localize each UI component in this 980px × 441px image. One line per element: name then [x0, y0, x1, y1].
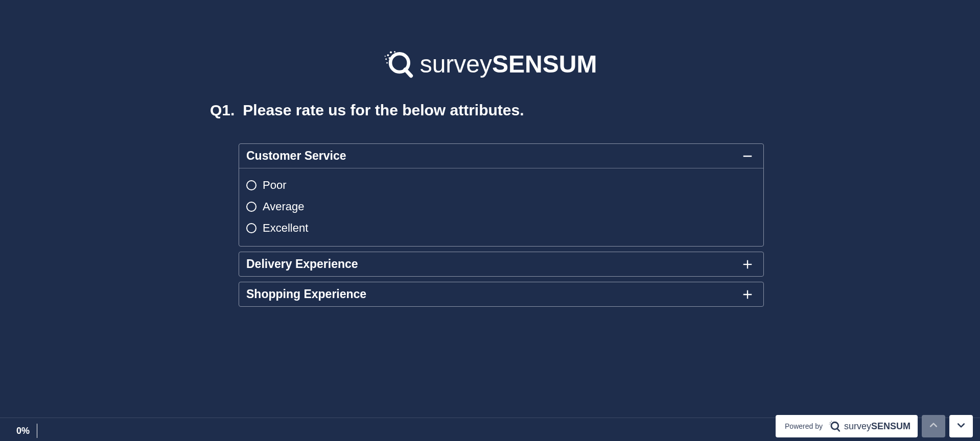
svg-point-4 [385, 58, 387, 60]
radio-icon [246, 223, 256, 233]
progress-indicator: 0% [16, 424, 37, 438]
brand-logo-icon [828, 420, 841, 433]
brand-logo-icon [383, 48, 414, 79]
plus-icon [741, 288, 754, 301]
minus-icon [741, 150, 754, 163]
svg-point-3 [390, 51, 392, 53]
radio-label: Poor [263, 179, 286, 192]
powered-brand-light: survey [844, 421, 871, 431]
attribute-title: Shopping Experience [246, 287, 366, 301]
powered-by-label: Powered by [785, 422, 823, 430]
powered-by-logo: surveySENSUM [828, 420, 911, 433]
attribute-card-delivery-experience: Delivery Experience [239, 252, 764, 277]
svg-point-17 [830, 422, 831, 423]
svg-point-5 [388, 57, 390, 59]
attribute-options-customer-service: Poor Average Excellent [239, 168, 763, 246]
svg-point-9 [384, 56, 385, 57]
svg-line-16 [837, 429, 839, 431]
powered-by-badge[interactable]: Powered by surveySENSUM [776, 415, 918, 437]
brand-logo: surveySENSUM [383, 48, 597, 79]
question-heading: Q1. Please rate us for the below attribu… [210, 102, 770, 119]
radio-option-poor[interactable]: Poor [246, 175, 756, 196]
nav-next-button[interactable] [949, 415, 973, 437]
attribute-card-customer-service: Customer Service Poor Average [239, 143, 764, 247]
attribute-header-delivery-experience[interactable]: Delivery Experience [239, 252, 763, 276]
radio-option-average[interactable]: Average [246, 196, 756, 217]
attribute-header-shopping-experience[interactable]: Shopping Experience [239, 282, 763, 306]
radio-label: Average [263, 200, 305, 213]
chevron-down-icon [956, 420, 966, 432]
radio-icon [246, 180, 256, 190]
brand-name-bold: SENSUM [492, 51, 597, 78]
svg-line-1 [405, 69, 411, 76]
svg-point-20 [830, 424, 831, 424]
radio-option-excellent[interactable]: Excellent [246, 217, 756, 239]
attribute-title: Delivery Experience [246, 257, 358, 271]
plus-icon [741, 258, 754, 271]
svg-point-18 [831, 421, 832, 422]
svg-point-19 [829, 424, 830, 424]
chevron-up-icon [928, 420, 939, 432]
progress-separator [37, 424, 37, 438]
header-logo-area: surveySENSUM [0, 0, 980, 81]
nav-prev-button[interactable] [922, 415, 945, 437]
question-number: Q1. [210, 102, 235, 119]
powered-by-brand-text: surveySENSUM [844, 421, 911, 432]
attribute-title: Customer Service [246, 149, 346, 163]
powered-brand-bold: SENSUM [871, 421, 911, 431]
question-text: Please rate us for the below attributes. [243, 102, 524, 119]
attribute-card-shopping-experience: Shopping Experience [239, 282, 764, 307]
radio-icon [246, 202, 256, 212]
svg-point-7 [386, 62, 388, 64]
attribute-header-customer-service[interactable]: Customer Service [239, 144, 763, 168]
radio-label: Excellent [263, 222, 308, 235]
brand-name-light: survey [420, 51, 492, 78]
svg-point-2 [387, 54, 389, 56]
brand-logo-text: surveySENSUM [420, 50, 597, 78]
progress-value: 0% [16, 426, 30, 436]
svg-point-6 [392, 55, 393, 56]
svg-point-8 [394, 51, 395, 53]
